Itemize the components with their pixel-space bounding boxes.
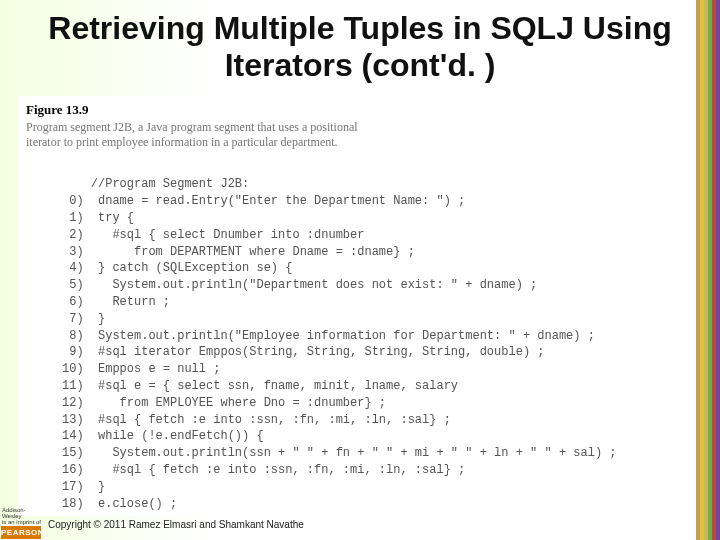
code-line: 12) from EMPLOYEE where Dno = :dnumber} … xyxy=(62,396,386,410)
code-line: 4) } catch (SQLException se) { xyxy=(62,261,292,275)
code-line: 17) } xyxy=(62,480,105,494)
code-comment: //Program Segment J2B: xyxy=(62,177,249,191)
code-line: 3) from DEPARTMENT where Dname = :dname}… xyxy=(62,245,415,259)
figure-caption: Program segment J2B, a Java program segm… xyxy=(26,120,652,150)
copyright-text: Copyright © 2011 Ramez Elmasri and Shamk… xyxy=(48,519,304,530)
figure-caption-line1: Program segment J2B, a Java program segm… xyxy=(26,120,358,134)
code-line: 9) #sql iterator Emppos(String, String, … xyxy=(62,345,544,359)
footer: Addison-Wesley is an imprint of PEARSON … xyxy=(0,508,720,540)
code-line: 5) System.out.println("Department does n… xyxy=(62,278,537,292)
code-line: 14) while (!e.endFetch()) { xyxy=(62,429,264,443)
code-line: 2) #sql { select Dnumber into :dnumber xyxy=(62,228,364,242)
code-line: 16) #sql { fetch :e into :ssn, :fn, :mi,… xyxy=(62,463,465,477)
figure-caption-line2: iterator to print employee information i… xyxy=(26,135,338,149)
code-line: 10) Emppos e = null ; xyxy=(62,362,220,376)
code-line: 15) System.out.println(ssn + " " + fn + … xyxy=(62,446,617,460)
code-line: 0) dname = read.Entry("Enter the Departm… xyxy=(62,194,465,208)
code-line: 8) System.out.println("Employee informat… xyxy=(62,329,595,343)
publisher-line1: Addison-Wesley xyxy=(2,507,26,519)
figure-block: Figure 13.9 Program segment J2B, a Java … xyxy=(18,96,660,517)
figure-label: Figure 13.9 xyxy=(26,102,652,118)
slide: Retrieving Multiple Tuples in SQLJ Using… xyxy=(0,0,720,540)
code-line: 13) #sql { fetch :e into :ssn, :fn, :mi,… xyxy=(62,413,451,427)
decorative-bars xyxy=(696,0,720,540)
publisher-logo: Addison-Wesley is an imprint of PEARSON xyxy=(0,508,42,540)
code-line: 6) Return ; xyxy=(62,295,170,309)
code-listing: //Program Segment J2B: 0) dname = read.E… xyxy=(26,160,652,513)
slide-title: Retrieving Multiple Tuples in SQLJ Using… xyxy=(0,0,720,92)
code-line: 11) #sql e = { select ssn, fname, minit,… xyxy=(62,379,458,393)
publisher-brand: PEARSON xyxy=(0,525,42,540)
code-line: 7) } xyxy=(62,312,105,326)
publisher-small-text: Addison-Wesley is an imprint of xyxy=(0,507,42,525)
code-line: 1) try { xyxy=(62,211,134,225)
